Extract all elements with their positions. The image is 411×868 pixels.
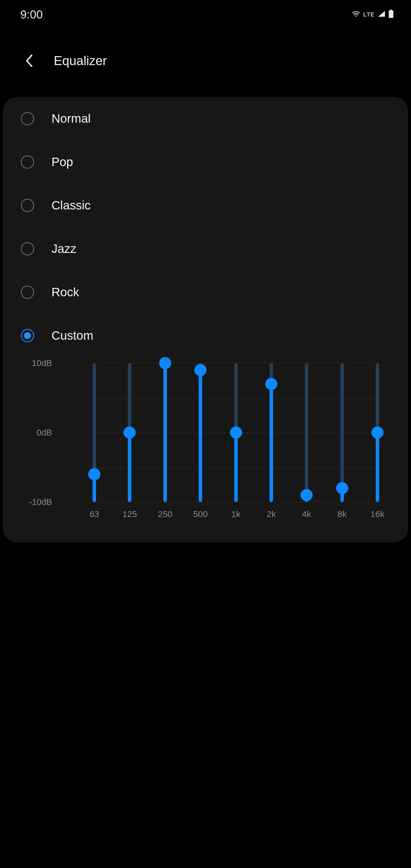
y-tick-label: 0dB	[18, 428, 52, 437]
eq-band-250[interactable]	[163, 363, 167, 502]
preset-label: Jazz	[52, 242, 76, 256]
status-bar: 9:00 LTE	[0, 0, 411, 29]
x-tick-label: 125	[121, 509, 138, 519]
radio-pop[interactable]	[21, 155, 34, 169]
x-tick-label: 4k	[298, 509, 315, 519]
eq-knob-125[interactable]	[124, 427, 136, 439]
x-tick-label: 16k	[369, 509, 386, 519]
network-label: LTE	[363, 11, 375, 18]
preset-label: Classic	[52, 198, 91, 212]
eq-knob-500[interactable]	[194, 364, 207, 376]
status-time: 9:00	[20, 8, 43, 21]
page-title: Equalizer	[54, 54, 107, 68]
preset-label: Rock	[52, 285, 79, 299]
eq-band-63[interactable]	[93, 363, 96, 502]
radio-rock[interactable]	[21, 286, 34, 299]
preset-label: Custom	[52, 329, 93, 343]
battery-icon	[388, 9, 393, 20]
app-header: Equalizer	[0, 46, 411, 75]
wifi-icon	[352, 10, 360, 19]
svg-rect-2	[389, 10, 393, 18]
back-button[interactable]	[20, 52, 38, 69]
eq-band-1k[interactable]	[234, 363, 238, 502]
eq-knob-63[interactable]	[88, 468, 100, 480]
preset-normal[interactable]: Normal	[6, 97, 405, 140]
eq-band-4k[interactable]	[305, 363, 308, 502]
eq-band-500[interactable]	[199, 363, 202, 502]
radio-custom[interactable]	[21, 329, 34, 342]
y-tick-label: 10dB	[18, 358, 52, 368]
eq-knob-8k[interactable]	[336, 482, 348, 494]
signal-icon	[377, 10, 385, 19]
preset-label: Normal	[52, 112, 91, 126]
eq-band-8k[interactable]	[341, 363, 344, 502]
preset-pop[interactable]: Pop	[6, 140, 405, 184]
x-tick-label: 63	[86, 509, 103, 519]
x-tick-label: 8k	[334, 509, 351, 519]
preset-rock[interactable]: Rock	[6, 271, 405, 314]
eq-band-2k[interactable]	[270, 363, 273, 502]
preset-custom[interactable]: Custom	[6, 314, 405, 357]
preset-label: Pop	[52, 155, 73, 169]
svg-point-0	[355, 16, 357, 17]
eq-knob-1k[interactable]	[230, 427, 242, 439]
eq-knob-2k[interactable]	[265, 378, 277, 390]
x-tick-label: 2k	[263, 509, 280, 519]
eq-knob-16k[interactable]	[371, 427, 383, 439]
y-tick-label: -10dB	[18, 497, 52, 507]
equalizer-chart: 10dB0dB-10dB 631252505001k2k4k8k16k	[58, 363, 379, 525]
eq-band-16k[interactable]	[376, 363, 379, 502]
radio-classic[interactable]	[21, 199, 34, 212]
x-tick-label: 1k	[227, 509, 245, 519]
x-tick-label: 500	[192, 509, 209, 519]
eq-knob-250[interactable]	[159, 357, 171, 369]
preset-jazz[interactable]: Jazz	[6, 227, 405, 271]
svg-rect-1	[390, 9, 392, 10]
status-icons: LTE	[352, 9, 393, 20]
equalizer-card: Normal Pop Classic Jazz Rock Custom 10dB…	[3, 97, 408, 542]
x-tick-label: 250	[156, 509, 174, 519]
radio-jazz[interactable]	[21, 242, 34, 255]
eq-knob-4k[interactable]	[301, 489, 313, 501]
eq-band-125[interactable]	[128, 363, 131, 502]
radio-normal[interactable]	[21, 112, 34, 125]
preset-classic[interactable]: Classic	[6, 184, 405, 227]
